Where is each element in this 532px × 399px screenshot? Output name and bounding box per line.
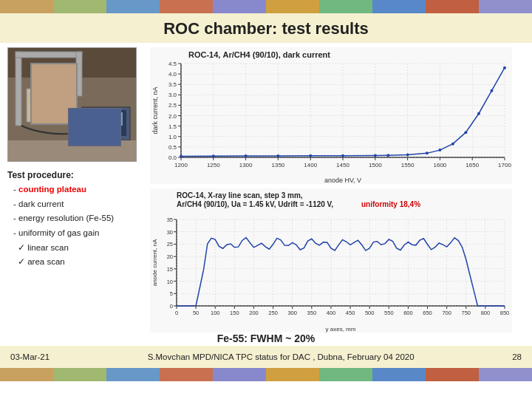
page-title: ROC chamber: test results <box>0 13 532 43</box>
procedure-item-5: ✓ linear scan <box>18 241 144 256</box>
procedure-title: Test procedure: <box>7 168 144 183</box>
title-text: ROC chamber: test results <box>163 19 369 38</box>
svg-rect-4 <box>76 52 82 96</box>
fe55-result-text: Fe-55: FWHM ~ 20% <box>217 332 316 344</box>
footer-page: 28 <box>512 352 522 361</box>
procedure-item-3: - energy resolution (Fe-55) <box>7 211 144 226</box>
procedure-item-1: - counting plateau <box>7 183 144 197</box>
procedure-item-4: - uniformity of gas gain <box>7 226 144 241</box>
svg-point-12 <box>44 72 61 83</box>
photo-inner <box>8 48 136 161</box>
svg-rect-2 <box>16 52 21 126</box>
svg-rect-6 <box>30 92 45 103</box>
footer-author: S.Movchan MPD/NICA TPC status for DAC , … <box>148 352 415 361</box>
svg-rect-11 <box>8 140 137 162</box>
svg-rect-10 <box>106 112 123 126</box>
bottom-decoration-bars <box>0 368 532 381</box>
svg-rect-9 <box>88 112 104 126</box>
fe55-result: Fe-55: FWHM ~ 20% <box>0 331 532 346</box>
svg-rect-5 <box>27 89 71 122</box>
main-content: Test procedure: - counting plateau - dar… <box>0 43 532 331</box>
counting-plateau-text: counting plateau <box>18 185 86 194</box>
chart2-container <box>150 188 525 332</box>
svg-rect-3 <box>16 52 82 58</box>
charts-panel <box>150 47 525 328</box>
left-panel: Test procedure: - counting plateau - dar… <box>7 47 144 328</box>
procedure-item-2: - dark current <box>7 197 144 212</box>
svg-rect-8 <box>86 110 126 136</box>
chart1-container <box>150 47 525 184</box>
lab-photo <box>7 47 137 162</box>
footer-date: 03-Mar-21 <box>10 352 50 361</box>
top-decoration-bars <box>0 0 532 13</box>
footer: 03-Mar-21 S.Movchan MPD/NICA TPC status … <box>0 346 532 368</box>
chart2-canvas <box>150 188 512 332</box>
procedure-item-6: ✓ area scan <box>18 255 144 270</box>
lab-photo-svg <box>8 48 137 162</box>
chart1-canvas <box>150 47 512 184</box>
test-procedure: Test procedure: - counting plateau - dar… <box>7 168 144 270</box>
